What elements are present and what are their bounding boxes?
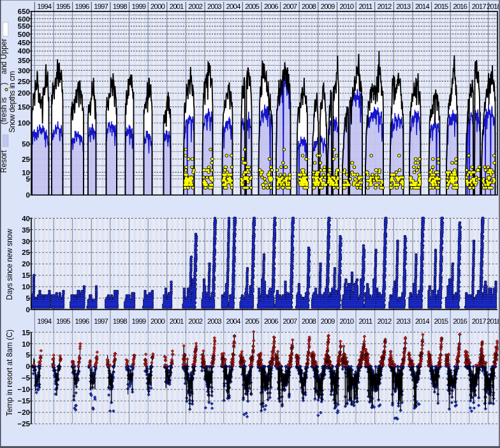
svg-text:40: 40 <box>22 215 30 222</box>
svg-text:10: 10 <box>22 340 30 348</box>
svg-text:2003: 2003 <box>207 3 221 10</box>
svg-text:20: 20 <box>22 260 30 268</box>
svg-text:550: 550 <box>18 22 30 30</box>
svg-text:2009: 2009 <box>321 3 335 10</box>
svg-text:2010: 2010 <box>339 3 353 10</box>
svg-text:500: 500 <box>18 31 30 38</box>
svg-text:200: 200 <box>18 89 30 97</box>
svg-text:5: 5 <box>26 175 31 183</box>
svg-text:1999: 1999 <box>132 3 146 10</box>
svg-text:2013: 2013 <box>396 317 410 325</box>
svg-text:2014: 2014 <box>415 3 430 10</box>
svg-text:2003: 2003 <box>207 317 221 325</box>
svg-text:0: 0 <box>26 306 30 314</box>
svg-text:2017: 2017 <box>472 3 486 10</box>
svg-text:−20: −20 <box>17 408 30 416</box>
svg-text:2001: 2001 <box>170 317 184 325</box>
svg-text:2015: 2015 <box>434 3 448 10</box>
svg-text:1998: 1998 <box>113 3 127 10</box>
svg-text:0: 0 <box>26 191 30 199</box>
svg-text:1994: 1994 <box>37 317 52 325</box>
svg-text:2006: 2006 <box>264 3 278 10</box>
svg-text:Days since new snow: Days since new snow <box>5 229 14 300</box>
svg-text:150: 150 <box>18 103 30 111</box>
svg-text:2006: 2006 <box>264 317 278 325</box>
svg-text:250: 250 <box>18 78 30 85</box>
svg-text:300: 300 <box>18 67 30 75</box>
svg-text:650: 650 <box>18 8 30 15</box>
svg-text:1998: 1998 <box>113 317 127 325</box>
svg-text:35: 35 <box>22 226 30 234</box>
svg-text:Resort: Resort <box>0 150 8 173</box>
svg-text:2005: 2005 <box>245 3 259 10</box>
svg-text:400: 400 <box>18 47 30 55</box>
svg-text:2016: 2016 <box>453 3 467 10</box>
svg-text:2000: 2000 <box>151 317 165 325</box>
svg-text:1996: 1996 <box>75 317 89 325</box>
svg-text:2002: 2002 <box>188 3 202 10</box>
svg-text:25: 25 <box>22 249 30 256</box>
svg-text:1997: 1997 <box>94 317 108 325</box>
svg-text:2017: 2017 <box>472 317 486 325</box>
svg-text:1997: 1997 <box>94 3 108 10</box>
svg-text:−15: −15 <box>17 397 30 405</box>
svg-text:1999: 1999 <box>132 317 146 325</box>
svg-text:10: 10 <box>22 283 30 291</box>
svg-text:600: 600 <box>18 15 30 23</box>
svg-text:5: 5 <box>26 351 31 359</box>
svg-text:2018: 2018 <box>487 3 500 10</box>
svg-text:30: 30 <box>22 238 30 245</box>
svg-text:and Upper: and Upper <box>0 38 8 74</box>
svg-text:2009: 2009 <box>321 317 335 325</box>
svg-text:1995: 1995 <box>56 3 70 10</box>
svg-text:2000: 2000 <box>151 3 165 10</box>
svg-text:−10: −10 <box>17 386 30 393</box>
svg-text:Snow depths in cm: Snow depths in cm <box>8 71 17 133</box>
svg-text:2011: 2011 <box>358 3 372 10</box>
svg-text:−25: −25 <box>17 420 30 428</box>
svg-text:50: 50 <box>22 140 30 148</box>
svg-text:2012: 2012 <box>378 317 392 325</box>
svg-text:1994: 1994 <box>37 3 52 10</box>
svg-text:2002: 2002 <box>188 317 202 325</box>
svg-text:2004: 2004 <box>226 317 241 325</box>
svg-text:15: 15 <box>22 271 30 279</box>
svg-text:350: 350 <box>18 57 30 64</box>
svg-text:2012: 2012 <box>378 3 392 10</box>
svg-text:2007: 2007 <box>283 3 297 10</box>
svg-text:2014: 2014 <box>415 317 430 325</box>
svg-text:2011: 2011 <box>358 317 372 325</box>
svg-text:450: 450 <box>18 39 30 47</box>
svg-text:2005: 2005 <box>245 317 259 325</box>
svg-text:25: 25 <box>22 155 30 163</box>
svg-text:2010: 2010 <box>339 317 353 325</box>
svg-text:−5: −5 <box>22 374 31 382</box>
svg-text:2016: 2016 <box>453 317 467 325</box>
svg-text:100: 100 <box>18 119 30 127</box>
svg-text:Temp in resort at 8am (C): Temp in resort at 8am (C) <box>5 329 14 416</box>
svg-text:1996: 1996 <box>75 3 89 10</box>
svg-text:2013: 2013 <box>396 3 410 10</box>
svg-text:0: 0 <box>26 363 30 370</box>
svg-text:2001: 2001 <box>170 3 184 10</box>
svg-text:5: 5 <box>26 294 31 302</box>
svg-text:2008: 2008 <box>302 3 316 10</box>
svg-text:2015: 2015 <box>434 317 448 325</box>
svg-text:1995: 1995 <box>56 317 70 325</box>
svg-text:2008: 2008 <box>302 317 316 325</box>
svg-text:2007: 2007 <box>283 317 297 325</box>
svg-text:2004: 2004 <box>226 3 241 10</box>
svg-text:2018: 2018 <box>487 317 500 325</box>
svg-text:15: 15 <box>22 329 30 336</box>
